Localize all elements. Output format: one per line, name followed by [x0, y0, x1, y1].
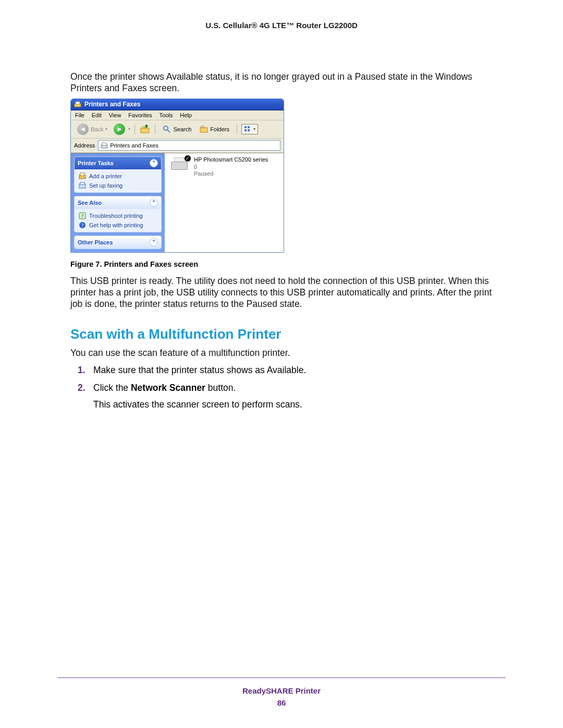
- printer-status: Paused: [194, 170, 268, 178]
- menu-tools[interactable]: Tools: [160, 112, 173, 118]
- panel-title: See Also: [78, 200, 102, 206]
- address-text: Printers and Faxes: [110, 142, 158, 149]
- search-icon: [163, 125, 171, 133]
- search-label: Search: [173, 126, 191, 132]
- section-intro: You can use the scan feature of a multif…: [70, 348, 493, 359]
- svg-rect-9: [248, 129, 250, 131]
- address-bar: Address Printers and Faxes: [71, 139, 284, 153]
- window-title: Printers and Faxes: [84, 101, 140, 108]
- see-also-panel: See Also ⌃ ? Troubleshoot printing: [74, 196, 162, 232]
- panel-header[interactable]: Other Places ⌃: [75, 236, 161, 249]
- printer-name: HP Photosmart C5200 series: [194, 156, 268, 164]
- printer-item-text: HP Photosmart C5200 series 0 Paused: [194, 156, 268, 178]
- panel-header[interactable]: Printer Tasks ⌃: [75, 157, 161, 169]
- set-up-faxing-link[interactable]: Set up faxing: [79, 182, 157, 189]
- svg-point-3: [164, 126, 168, 130]
- collapse-icon[interactable]: ⌃: [150, 159, 158, 167]
- printers-folder-icon: [74, 101, 81, 108]
- menu-bar[interactable]: File Edit View Favorites Tools Help: [71, 110, 284, 120]
- separator: [155, 124, 155, 134]
- help-icon: ?: [79, 212, 86, 219]
- dropdown-icon: ▾: [105, 127, 107, 131]
- svg-line-4: [167, 130, 170, 132]
- link-text: Add a printer: [89, 173, 122, 179]
- back-button[interactable]: ◄ Back ▾: [74, 122, 111, 136]
- svg-text:?: ?: [81, 213, 84, 219]
- panel-body: Add a printer Set up faxing: [75, 169, 161, 192]
- xp-window: Printers and Faxes File Edit View Favori…: [70, 98, 284, 253]
- menu-help[interactable]: Help: [180, 112, 192, 118]
- search-button[interactable]: Search: [160, 124, 194, 134]
- back-arrow-icon: ◄: [77, 124, 89, 135]
- left-task-pane: Printer Tasks ⌃ Add a printer: [71, 153, 165, 252]
- printers-folder-icon: [101, 142, 108, 149]
- panel-title: Other Places: [78, 239, 113, 245]
- step-2-strong: Network Scanner: [131, 382, 205, 393]
- collapse-icon[interactable]: ⌃: [150, 238, 158, 246]
- add-a-printer-link[interactable]: Add a printer: [79, 172, 157, 180]
- step-2: Click the Network Scanner button. This a…: [93, 382, 493, 411]
- window-body: Printer Tasks ⌃ Add a printer: [71, 153, 284, 252]
- troubleshoot-printing-link[interactable]: ? Troubleshoot printing: [79, 212, 157, 219]
- folders-icon: [200, 125, 208, 133]
- svg-rect-1: [76, 102, 80, 104]
- svg-rect-7: [248, 126, 250, 128]
- up-one-level-button[interactable]: [139, 124, 151, 135]
- separator: [134, 124, 135, 134]
- step-2-detail: This activates the scanner screen to per…: [93, 399, 493, 411]
- back-label: Back: [91, 126, 103, 132]
- description-paragraph: This USB printer is ready. The utility d…: [70, 276, 493, 310]
- printer-icon: ✓: [169, 156, 190, 172]
- svg-rect-5: [200, 128, 207, 132]
- collapse-icon[interactable]: ⌃: [150, 199, 158, 207]
- menu-edit[interactable]: Edit: [92, 112, 102, 118]
- menu-favorites[interactable]: Favorites: [128, 112, 152, 118]
- menu-file[interactable]: File: [75, 112, 84, 118]
- default-checkmark-icon: ✓: [185, 155, 191, 162]
- printer-item[interactable]: ✓ HP Photosmart C5200 series 0 Paused: [169, 156, 279, 178]
- help-globe-icon: ?: [79, 221, 86, 229]
- page-footer: ReadySHARE Printer 86: [57, 673, 506, 707]
- printer-tasks-panel: Printer Tasks ⌃ Add a printer: [74, 156, 162, 193]
- step-2-pre: Click the: [93, 382, 131, 393]
- svg-rect-11: [102, 143, 106, 145]
- content-area[interactable]: ✓ HP Photosmart C5200 series 0 Paused: [165, 153, 284, 252]
- panel-title: Printer Tasks: [78, 160, 114, 166]
- address-label: Address: [74, 142, 95, 149]
- svg-rect-15: [80, 182, 84, 184]
- link-text: Set up faxing: [89, 182, 123, 189]
- add-printer-icon: [79, 172, 86, 180]
- svg-rect-2: [141, 128, 149, 133]
- forward-arrow-icon: ►: [116, 125, 123, 133]
- menu-view[interactable]: View: [109, 112, 121, 118]
- get-help-with-printing-link[interactable]: ? Get help with printing: [79, 221, 157, 229]
- views-icon: [244, 126, 251, 133]
- address-field[interactable]: Printers and Faxes: [98, 140, 280, 151]
- link-text: Troubleshoot printing: [89, 213, 143, 219]
- section-heading-scan: Scan with a Multifunction Printer: [70, 326, 493, 342]
- figure-printers-and-faxes: Printers and Faxes File Edit View Favori…: [70, 98, 493, 253]
- folders-label: Folders: [210, 126, 229, 132]
- separator: [237, 124, 237, 134]
- forward-button[interactable]: ►: [114, 124, 125, 135]
- panel-header[interactable]: See Also ⌃: [75, 196, 161, 209]
- figure-caption: Figure 7. Printers and Faxes screen: [70, 260, 493, 268]
- svg-rect-6: [244, 126, 247, 128]
- intro-paragraph: Once the printer shows Available status,…: [70, 71, 493, 94]
- views-button[interactable]: ▾: [241, 124, 258, 134]
- link-text: Get help with printing: [89, 222, 143, 228]
- svg-rect-13: [80, 173, 84, 176]
- svg-rect-8: [244, 129, 247, 131]
- folders-button[interactable]: Folders: [197, 124, 232, 134]
- svg-text:?: ?: [81, 223, 84, 228]
- footer-page-number: 86: [57, 698, 506, 707]
- step-2-post: button.: [205, 382, 236, 393]
- panel-body: ? Troubleshoot printing ? Get help with …: [75, 209, 161, 232]
- step-1: Make sure that the printer status shows …: [93, 364, 493, 377]
- other-places-panel: Other Places ⌃: [74, 236, 162, 249]
- toolbar: ◄ Back ▾ ► ▾ Search: [71, 120, 284, 139]
- document-header: U.S. Cellular® 4G LTE™ Router LG2200D: [70, 21, 493, 30]
- footer-rule: [57, 677, 506, 678]
- window-titlebar[interactable]: Printers and Faxes: [71, 99, 284, 110]
- step-list: Make sure that the printer status shows …: [70, 364, 493, 411]
